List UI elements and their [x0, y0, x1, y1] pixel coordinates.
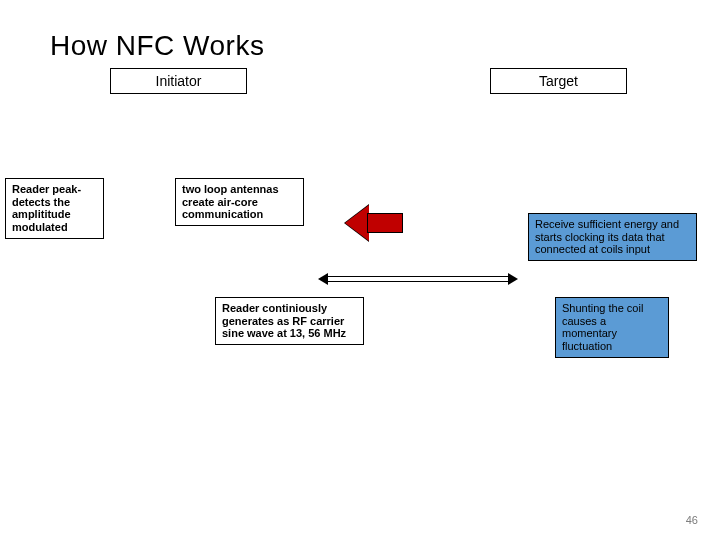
box-receive-energy: Receive sufficient energy and starts clo… — [528, 213, 697, 261]
double-arrow-head-left — [318, 273, 328, 285]
box-two-loop: two loop antennas create air-core commun… — [175, 178, 304, 226]
box-reader-peak: Reader peak-detects the amplititude modu… — [5, 178, 104, 239]
target-header: Target — [490, 68, 627, 94]
initiator-header: Initiator — [110, 68, 247, 94]
double-arrow-icon — [325, 276, 510, 277]
page-number: 46 — [686, 514, 698, 526]
double-arrow-line — [325, 281, 510, 282]
box-reader-continuous: Reader continiously generates as RF carr… — [215, 297, 364, 345]
double-arrow-head-right — [508, 273, 518, 285]
slide-title: How NFC Works — [50, 30, 264, 62]
box-shunting: Shunting the coil causes a momentary flu… — [555, 297, 669, 358]
